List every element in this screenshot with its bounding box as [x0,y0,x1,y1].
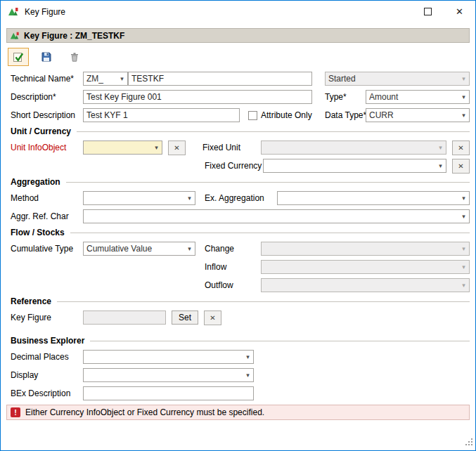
section-unit-currency-title: Unit / Currency [11,126,71,136]
set-button[interactable]: Set [172,311,198,325]
description-row: Description* Type* Amount ▾ [6,90,470,104]
chevron-down-icon: ▾ [458,72,469,85]
section-aggregation-title: Aggregation [11,177,60,187]
close-button[interactable]: ✕ [444,1,475,22]
description-input[interactable] [83,90,312,104]
type-value: Amount [369,92,458,102]
status-dropdown[interactable]: Started ▾ [325,72,470,86]
header-bar: Key Figure : ZM_TESTKF [6,28,470,43]
method-dropdown[interactable]: ▾ [83,191,195,205]
dialog-content: Key Figure : ZM_TESTKF [1,28,475,420]
outflow-row: Outflow ▾ [6,278,470,292]
clear-icon: ✕ [458,162,463,170]
section-rule [57,301,470,302]
method-row: Method ▾ Ex. Aggregation ▾ [6,191,470,205]
technical-name-prefix-dropdown[interactable]: ZM_ ▾ [83,72,128,86]
clear-icon: ✕ [458,144,463,152]
window-title: Key Figure [25,7,65,17]
inflow-dropdown[interactable]: ▾ [261,260,470,274]
aggr-ref-char-row: Aggr. Ref. Char ▾ [6,209,470,223]
check-icon [13,51,25,63]
display-dropdown[interactable]: ▾ [83,368,254,382]
section-reference-title: Reference [11,296,51,306]
status-value: Started [328,74,458,84]
attribute-only-label: Attribute Only [261,110,312,120]
fixed-currency-dropdown[interactable]: ▾ [263,159,446,173]
close-icon: ✕ [456,6,463,17]
bex-description-label: BEx Description [11,388,83,398]
titlebar: Key Figure ✕ [1,1,475,22]
maximize-button[interactable] [412,1,444,22]
technical-name-row: Technical Name* ZM_ ▾ Started ▾ [6,72,470,86]
chevron-down-icon: ▾ [458,261,469,273]
section-rule [70,233,470,233]
clear-key-figure-button[interactable]: ✕ [204,311,221,325]
attribute-only-group: Attribute Only [248,110,312,120]
clear-icon: ✕ [210,314,215,322]
cumulative-type-label: Cumulative Type [11,244,83,254]
section-flow-stocks: Flow / Stocks [6,228,470,237]
attribute-only-checkbox[interactable] [248,111,257,120]
ex-aggregation-label: Ex. Aggregation [205,193,277,203]
outflow-label: Outflow [205,280,261,290]
toolbar [6,46,470,67]
clear-fixed-unit-button[interactable]: ✕ [452,140,470,155]
chevron-down-icon: ▾ [458,279,469,292]
technical-name-input[interactable] [128,72,312,86]
cumulative-type-dropdown[interactable]: Cumulative Value ▾ [83,242,195,256]
trash-icon [69,51,80,63]
fixed-currency-label: Fixed Currency [205,161,263,171]
fixed-currency-row: Fixed Currency ▾ ✕ [6,159,470,173]
data-type-group: Data Type* CURR ▾ [325,108,470,122]
display-row: Display ▾ [6,368,470,382]
clear-fixed-currency-button[interactable]: ✕ [452,159,470,174]
section-flow-stocks-title: Flow / Stocks [11,228,65,237]
bex-description-input[interactable] [83,386,254,400]
key-figure-dialog: Key Figure ✕ Key Figure : ZM_TESTKF [0,0,476,451]
aggr-ref-char-dropdown[interactable]: ▾ [83,209,470,223]
chevron-down-icon: ▾ [184,192,195,204]
change-dropdown[interactable]: ▾ [261,242,470,256]
unit-infoobject-row: Unit InfoObject ▾ ✕ Fixed Unit ▾ ✕ [6,140,470,155]
error-message-text: Either Currency InfoObject or Fixed Curr… [25,407,264,417]
section-reference: Reference [6,296,470,306]
save-button[interactable] [36,48,57,66]
chevron-down-icon: ▾ [151,141,162,154]
fixed-unit-dropdown[interactable]: ▾ [261,140,446,155]
data-type-dropdown[interactable]: CURR ▾ [366,108,470,122]
decimal-places-label: Decimal Places [11,352,83,362]
section-unit-currency: Unit / Currency [6,126,470,136]
resize-grip[interactable] [465,438,473,448]
header-app-icon [10,31,20,41]
data-type-value: CURR [369,110,458,120]
key-figure-row: Key Figure Set ✕ [6,311,470,325]
clear-unit-infoobject-button[interactable]: ✕ [168,140,186,155]
activate-button[interactable] [8,48,29,66]
error-message-bar: ! Either Currency InfoObject or Fixed Cu… [6,405,470,420]
change-label: Change [205,244,261,254]
app-icon [8,6,19,18]
short-description-input[interactable] [83,108,240,122]
data-type-label: Data Type* [325,110,366,120]
bex-description-row: BEx Description [6,386,470,400]
header-title: Key Figure : ZM_TESTKF [24,31,124,41]
chevron-down-icon: ▾ [458,109,469,122]
type-dropdown[interactable]: Amount ▾ [366,90,470,104]
window-controls: ✕ [412,1,475,22]
technical-name-label: Technical Name* [11,74,83,84]
outflow-dropdown[interactable]: ▾ [261,278,470,292]
unit-infoobject-label: Unit InfoObject [11,143,83,152]
clear-icon: ✕ [174,144,179,152]
status-group: Started ▾ [325,72,470,86]
ex-aggregation-dropdown[interactable]: ▾ [277,191,470,205]
key-figure-input [83,311,166,325]
section-business-explorer: Business Explorer [6,336,470,346]
unit-infoobject-dropdown[interactable]: ▾ [83,140,162,155]
inflow-label: Inflow [205,262,261,272]
chevron-down-icon: ▾ [117,72,127,85]
decimal-places-dropdown[interactable]: ▾ [83,350,254,364]
inflow-row: Inflow ▾ [6,260,470,274]
section-rule [90,341,470,341]
delete-button[interactable] [64,48,85,66]
chevron-down-icon: ▾ [184,242,195,255]
